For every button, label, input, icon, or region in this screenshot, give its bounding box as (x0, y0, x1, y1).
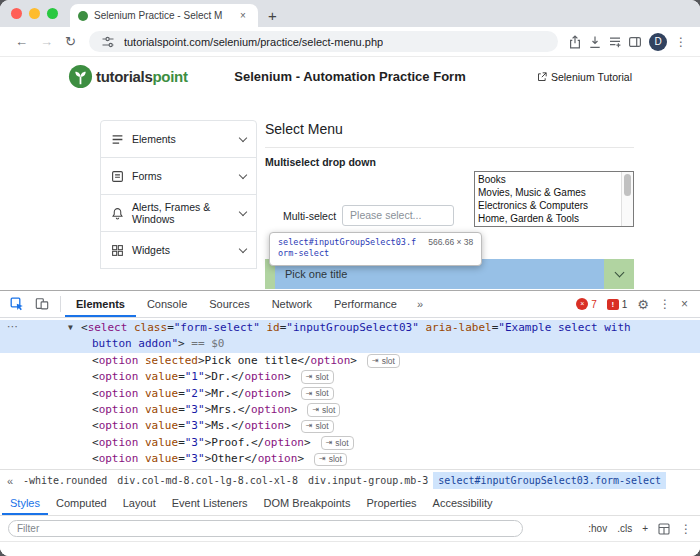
sidebar-item-label: Elements (132, 133, 232, 145)
sidebar-item-elements[interactable]: Elements (100, 120, 257, 158)
subtab-layout[interactable]: Layout (115, 491, 164, 515)
slot-badge[interactable]: ⇥slot (314, 453, 347, 467)
sidebar-item-alerts-frames-windows[interactable]: Alerts, Frames & Windows (100, 194, 257, 232)
dom-tree-node[interactable]: <option value="3">Proof.</option>⇥slot (0, 435, 700, 451)
tree-overflow-dots: ⋯ (7, 320, 19, 333)
subtab-accessibility[interactable]: Accessibility (425, 491, 501, 515)
breadcrumb-item[interactable]: select#inputGroupSelect03.form-select (433, 472, 666, 489)
devtools-tab-performance[interactable]: Performance (323, 291, 408, 317)
dom-tree-node[interactable]: <option value="3">Ms.</option>⇥slot (0, 418, 700, 434)
slot-badge[interactable]: ⇥slot (321, 436, 354, 450)
new-tab-button[interactable]: + (268, 8, 277, 23)
window-zoom-button[interactable] (47, 8, 58, 19)
sidebar-item-label: Alerts, Frames & Windows (132, 201, 232, 225)
slot-badge[interactable]: ⇥slot (301, 387, 334, 401)
share-icon[interactable] (565, 32, 585, 52)
dom-tree-node[interactable]: <option value="3">Other</option>⇥slot (0, 451, 700, 467)
dom-tree-node[interactable]: <option value="3">Mrs.</option>⇥slot (0, 402, 700, 418)
subtab-dom-breakpoints[interactable]: DOM Breakpoints (256, 491, 359, 515)
devtools-tab-console[interactable]: Console (136, 291, 198, 317)
toggle-add-rule[interactable]: + (642, 523, 648, 534)
error-icon: × (576, 298, 588, 310)
elements-icon (111, 133, 124, 146)
address-bar[interactable]: tutorialspoint.com/selenium/practice/sel… (89, 31, 558, 52)
toggle-cls[interactable]: .cls (617, 523, 632, 534)
expand-arrow-icon[interactable]: ▼ (68, 320, 81, 336)
forms-icon (111, 170, 124, 183)
tab-title: Selenium Practice - Select M (94, 10, 234, 21)
browser-menu-icon[interactable]: ⋮ (671, 35, 691, 49)
breadcrumb-item[interactable]: div.input-group.mb-3 (303, 472, 433, 489)
dom-tree-node[interactable]: <option value="2">Mr.</option>⇥slot (0, 386, 700, 402)
toggle-hov[interactable]: :hov (588, 523, 607, 534)
panel-toggle-icon[interactable] (658, 523, 670, 535)
devtools-tab-sources[interactable]: Sources (198, 291, 260, 317)
styles-filter-row: :hov.cls+ ⋮ (0, 516, 700, 542)
brand-logo[interactable]: tutorialspoint (68, 64, 220, 89)
inspect-element-icon[interactable] (5, 292, 29, 316)
heading-divider (265, 147, 634, 148)
breadcrumb-item[interactable]: div.col-md-8.col-lg-8.col-xl-8 (112, 472, 303, 489)
content-row: ElementsFormsAlerts, Frames & WindowsWid… (0, 120, 700, 289)
window-close-button[interactable] (11, 8, 22, 19)
styles-filter-input[interactable] (8, 520, 523, 537)
profile-avatar[interactable]: D (649, 33, 667, 51)
slot-badge[interactable]: ⇥slot (301, 420, 334, 434)
dom-tree-node[interactable]: <option selected>Pick one title</option>… (0, 353, 700, 369)
slot-badge[interactable]: ⇥slot (301, 370, 334, 384)
browser-tab[interactable]: Selenium Practice - Select M × (70, 4, 258, 27)
tab-close-icon[interactable]: × (240, 10, 246, 21)
slot-icon: ⇥ (319, 455, 326, 463)
forward-button[interactable]: → (34, 34, 59, 49)
window-minimize-button[interactable] (29, 8, 40, 19)
download-icon[interactable] (585, 32, 605, 52)
issues-badge[interactable]: ! 1 (607, 299, 628, 310)
subtab-properties[interactable]: Properties (358, 491, 424, 515)
back-button[interactable]: ← (9, 34, 34, 49)
page-title: Selenium - Automation Practice Form (220, 69, 480, 84)
listbox-scrollbar[interactable] (621, 172, 633, 226)
styles-pane-empty (0, 542, 700, 556)
listbox-option[interactable]: Books (475, 173, 621, 186)
toolbar-divider (60, 296, 61, 312)
tune-icon[interactable] (98, 32, 118, 52)
console-errors-badge[interactable]: × 7 (576, 298, 597, 310)
devtools-close-icon[interactable]: × (681, 297, 688, 311)
devtools-tab-elements[interactable]: Elements (65, 291, 136, 317)
chevron-down-icon (239, 207, 247, 215)
slot-badge[interactable]: ⇥slot (307, 403, 340, 417)
slot-icon: ⇥ (372, 357, 379, 365)
browser-toolbar: ← → ↻ tutorialspoint.com/selenium/practi… (0, 27, 700, 56)
alerts-icon (111, 207, 124, 220)
subtab-event-listeners[interactable]: Event Listeners (164, 491, 256, 515)
listbox-option[interactable]: Electronics & Computers (475, 199, 621, 212)
slot-icon: ⇥ (306, 373, 313, 381)
dom-tree-node[interactable]: <option value="1">Dr.</option>⇥slot (0, 369, 700, 385)
sidebar-item-widgets[interactable]: Widgets (100, 231, 257, 269)
scrollbar-thumb[interactable] (624, 174, 631, 196)
category-listbox[interactable]: BooksMovies, Music & GamesElectronics & … (474, 171, 634, 227)
slot-badge[interactable]: ⇥slot (367, 354, 400, 368)
selenium-tutorial-link[interactable]: Selenium Tutorial (480, 71, 632, 83)
listbox-option[interactable]: Home, Garden & Tools (475, 212, 621, 225)
devtools-menu-icon[interactable]: ⋮ (659, 297, 671, 311)
site-favicon-icon (78, 11, 88, 21)
breadcrumb-item[interactable]: -white.rounded (18, 472, 112, 489)
devtools-tab-network[interactable]: Network (261, 291, 323, 317)
subtab-styles[interactable]: Styles (2, 491, 48, 515)
listbox-option[interactable]: Movies, Music & Games (475, 186, 621, 199)
side-panel-icon[interactable] (625, 32, 645, 52)
reload-button[interactable]: ↻ (59, 34, 82, 49)
breadcrumb: -white.roundeddiv.col-md-8.col-lg-8.col-… (18, 470, 666, 491)
multiselect-dropdown[interactable]: Please select... (342, 205, 454, 226)
dom-tree-node[interactable]: ▼<select class="form-select" id="inputGr… (0, 320, 700, 353)
reading-list-icon[interactable] (605, 32, 625, 52)
subtab-computed[interactable]: Computed (48, 491, 115, 515)
device-toolbar-icon[interactable] (30, 292, 54, 316)
settings-gear-icon[interactable]: ⚙ (637, 297, 649, 312)
breadcrumb-scroll-left-icon[interactable]: « (2, 475, 18, 487)
styles-more-icon[interactable]: ⋮ (680, 522, 692, 536)
sidebar-item-forms[interactable]: Forms (100, 157, 257, 195)
more-tabs-icon[interactable]: » (408, 291, 432, 317)
multiselect-row: Multi-select Please select... BooksMovie… (265, 171, 634, 227)
